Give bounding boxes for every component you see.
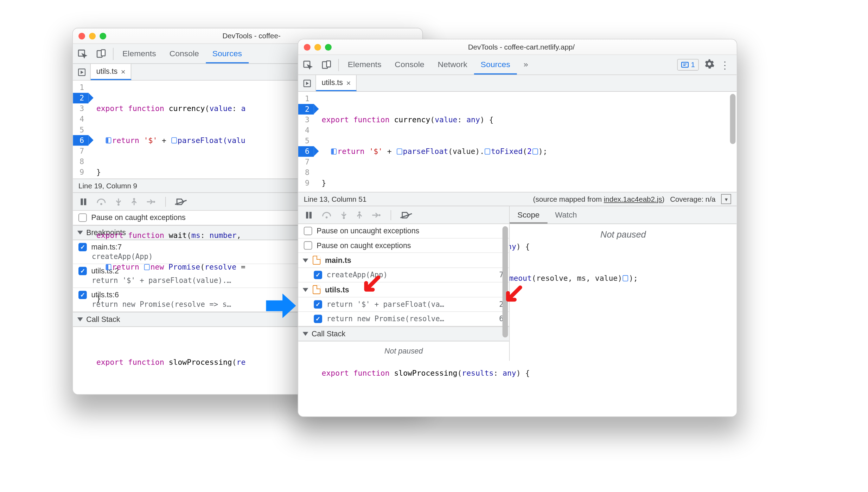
breakpoint-marker-icon [532, 148, 538, 154]
checkbox[interactable] [304, 227, 312, 235]
settings-icon[interactable] [704, 59, 714, 71]
device-icon[interactable] [92, 48, 111, 58]
breakpoint-marker-icon [106, 137, 111, 143]
close-icon[interactable]: × [346, 78, 351, 87]
file-tab-label: utils.ts [321, 78, 343, 87]
disclosure-triangle-icon [303, 258, 308, 262]
svg-rect-16 [309, 212, 312, 218]
breakpoint-marker-icon [144, 264, 150, 270]
tab-network[interactable]: Network [431, 55, 474, 75]
traffic-light-close[interactable] [78, 33, 85, 39]
editor-options-icon[interactable]: ▾ [721, 194, 731, 204]
code-editor[interactable]: 123456789 export function currency(value… [298, 92, 737, 192]
checkbox[interactable] [304, 241, 312, 250]
pause-caught-row[interactable]: Pause on caught exceptions [298, 239, 509, 253]
breakpoint-marker-icon [171, 137, 177, 143]
step-into-icon[interactable] [340, 211, 347, 219]
step-into-icon[interactable] [115, 198, 122, 205]
step-over-icon[interactable] [96, 198, 106, 205]
inspect-icon[interactable] [73, 48, 92, 58]
breakpoint-marker-icon [106, 264, 111, 270]
main-toolbar: Elements Console Network Sources » 1 ⋮ [298, 55, 737, 75]
breakpoint-item[interactable]: ✓return '$' + parseFloat(va… 2 [298, 297, 509, 312]
checkbox[interactable]: ✓ [78, 267, 87, 275]
disclosure-triangle-icon [77, 317, 83, 321]
svg-rect-5 [84, 198, 86, 205]
checkbox[interactable]: ✓ [78, 291, 87, 299]
file-icon [313, 256, 320, 265]
step-out-icon[interactable] [131, 198, 138, 205]
breakpoint-marker-icon [397, 148, 402, 154]
breakpoint-group[interactable]: utils.ts [298, 283, 509, 298]
more-tabs-icon[interactable]: » [517, 55, 535, 75]
close-icon[interactable]: × [121, 67, 126, 76]
tab-elements[interactable]: Elements [116, 44, 163, 63]
svg-point-17 [326, 216, 328, 218]
svg-rect-13 [682, 62, 688, 67]
breakpoint-group[interactable]: main.ts [298, 253, 509, 268]
svg-rect-12 [327, 60, 331, 66]
file-tab-utils[interactable]: utils.ts × [316, 75, 357, 91]
deactivate-breakpoints-icon[interactable] [176, 198, 185, 205]
svg-rect-15 [306, 212, 308, 218]
tab-sources[interactable]: Sources [206, 44, 249, 63]
more-icon[interactable]: ⋮ [720, 59, 730, 71]
checkbox[interactable] [78, 213, 87, 222]
breakpoint-item[interactable]: ✓return new Promise(resolve… 6 [298, 312, 509, 326]
svg-point-9 [153, 201, 155, 203]
svg-point-7 [117, 203, 120, 206]
device-icon[interactable] [317, 60, 336, 70]
file-tab-label: utils.ts [96, 67, 118, 76]
svg-point-18 [343, 217, 345, 219]
breakpoint-marker-icon [485, 148, 491, 154]
tab-console[interactable]: Console [388, 55, 431, 75]
inspect-icon[interactable] [298, 60, 317, 70]
breakpoint-marker-icon [623, 275, 628, 281]
callstack-header[interactable]: Call Stack [298, 326, 509, 342]
not-paused-label: Not paused [298, 341, 509, 361]
show-navigator-icon[interactable] [73, 64, 91, 80]
scrollbar[interactable] [503, 226, 508, 337]
traffic-light-close[interactable] [304, 44, 311, 50]
tab-elements[interactable]: Elements [341, 55, 388, 75]
window-title: DevTools - coffee-cart.netlify.app/ [312, 43, 731, 51]
pause-icon[interactable] [305, 211, 313, 219]
svg-point-6 [100, 203, 102, 205]
annotation-red-arrow [362, 275, 382, 295]
issues-button[interactable]: 1 [677, 59, 699, 71]
coverage-info: Coverage: n/a [670, 195, 715, 203]
step-over-icon[interactable] [321, 211, 331, 219]
step-icon[interactable] [146, 198, 155, 205]
disclosure-triangle-icon [303, 332, 308, 336]
disclosure-triangle-icon [77, 231, 83, 235]
debugger-toolbar [298, 206, 509, 224]
scrollbar[interactable] [730, 94, 736, 144]
show-navigator-icon[interactable] [298, 75, 316, 91]
disclosure-triangle-icon [303, 288, 308, 292]
file-tabs: utils.ts × [298, 75, 737, 92]
titlebar: DevTools - coffee-cart.netlify.app/ [298, 39, 737, 55]
svg-point-19 [358, 211, 360, 213]
breakpoint-marker-icon [331, 148, 337, 154]
pause-icon[interactable] [79, 198, 87, 205]
svg-point-8 [133, 198, 135, 200]
issues-icon [681, 62, 689, 68]
file-icon [313, 285, 320, 294]
annotation-red-arrow [504, 285, 524, 305]
tab-sources[interactable]: Sources [474, 55, 517, 75]
deactivate-breakpoints-icon[interactable] [401, 211, 410, 219]
step-icon[interactable] [372, 212, 381, 218]
pause-uncaught-row[interactable]: Pause on uncaught exceptions [298, 224, 509, 239]
tab-console[interactable]: Console [163, 44, 206, 63]
file-tab-utils[interactable]: utils.ts × [91, 64, 132, 80]
checkbox[interactable]: ✓ [78, 243, 87, 251]
checkbox[interactable]: ✓ [314, 315, 322, 323]
checkbox[interactable]: ✓ [314, 300, 322, 309]
svg-point-20 [378, 214, 381, 216]
svg-rect-2 [101, 50, 105, 56]
checkbox[interactable]: ✓ [314, 271, 322, 279]
breakpoint-item[interactable]: ✓createApp(App) 7 [298, 268, 509, 283]
svg-rect-4 [81, 198, 83, 205]
devtools-window-right: DevTools - coffee-cart.netlify.app/ Elem… [298, 39, 737, 417]
step-out-icon[interactable] [356, 211, 363, 219]
